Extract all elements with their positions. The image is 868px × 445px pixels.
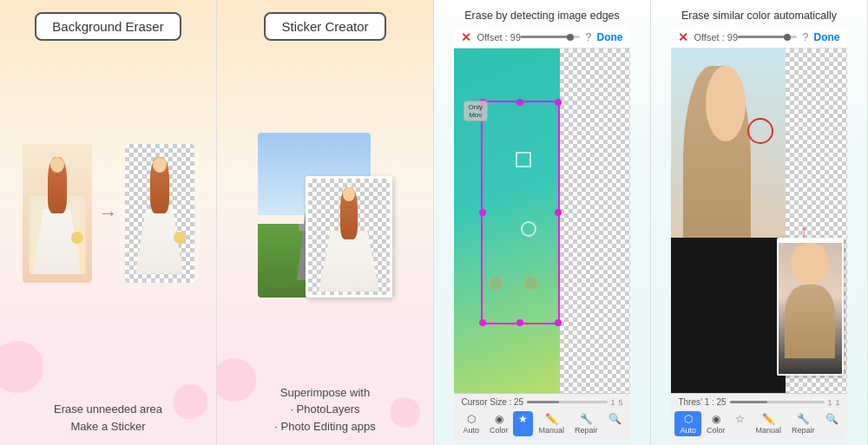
- panel4-offset-slider[interactable]: [738, 36, 797, 38]
- head-p2: [343, 187, 355, 201]
- panel4-tool-buttons: ⬡ Auto ◉ Color ☆ ✏️ Manual 🔧 Repair: [671, 409, 846, 440]
- tool-btn-auto[interactable]: ⬡ Auto: [674, 411, 701, 436]
- inset-face: [791, 243, 829, 283]
- p1-img-after: [125, 144, 194, 283]
- panel2-caption: Superimpose with · PhotoLayers · Photo E…: [266, 377, 384, 446]
- arrow-icon: →: [99, 202, 118, 225]
- tool-btn-star[interactable]: ★: [513, 411, 533, 436]
- color-icon: ◉: [495, 413, 503, 425]
- tool-label-auto: Auto: [680, 426, 696, 435]
- head-after: [153, 157, 167, 173]
- title-badge-2: Sticker Creator: [264, 12, 385, 41]
- panel3-slider-wrap: Offset : 99: [477, 32, 580, 43]
- flowers: [71, 232, 83, 244]
- panel1-caption: Erase unneeded area Make a Sticker: [45, 394, 171, 445]
- tool-btn-color[interactable]: ◉ Color: [484, 411, 514, 436]
- p4-circle-indicator: [747, 118, 773, 144]
- cursor-size-label: Cursor Size : 25: [461, 397, 523, 407]
- auto-icon: ⬡: [467, 413, 476, 425]
- tool-btn-repair[interactable]: 🔧 Repair: [786, 411, 820, 436]
- tool-label-repair: Repair: [575, 426, 598, 435]
- panel4-slider-wrap: Offset : 99: [694, 32, 797, 43]
- p1-img-before: [23, 144, 92, 283]
- tool-btn-zoom[interactable]: 🔍: [820, 411, 844, 436]
- panel4-cursor-row: Thres’ 1 : 25 1 1: [671, 396, 846, 409]
- tool-label-color: Color: [707, 426, 726, 435]
- panel3-offset-label: Offset : 99: [477, 32, 521, 43]
- threshold-label: Thres’ 1 : 25: [678, 397, 726, 407]
- slider-thumb: [784, 34, 791, 41]
- panel4-topbar: ✕ Offset : 99 ? Done: [671, 26, 846, 49]
- star-icon: ★: [518, 413, 528, 425]
- zoom-icon: 🔍: [608, 413, 621, 425]
- brush-circle: [521, 221, 536, 237]
- zoom-icon: 🔍: [825, 413, 838, 425]
- p1-images: →: [23, 144, 194, 291]
- tool-btn-color[interactable]: ◉ Color: [701, 411, 731, 436]
- panel4-bottombar: Thres’ 1 : 25 1 1 ⬡ Auto ◉ Color ☆: [671, 393, 846, 442]
- panel4-header: Erase similar color automatically: [674, 0, 844, 26]
- p4-inset-photo-content: [779, 243, 842, 376]
- panel3-tool-buttons: ⬡ Auto ◉ Color ★ ✏️ Manual 🔧 Repair: [454, 409, 629, 440]
- repair-icon: 🔧: [797, 413, 810, 425]
- close-icon[interactable]: ✕: [461, 30, 471, 44]
- panel3-phone-frame: ✕ Offset : 99 ? Done: [454, 26, 629, 442]
- close-icon[interactable]: ✕: [678, 30, 688, 44]
- slider-fill: [521, 36, 569, 38]
- pattern-dot: [490, 277, 503, 290]
- panel3-offset-slider[interactable]: [521, 36, 580, 38]
- panel1-image-area: →: [0, 41, 216, 394]
- tool-label-manual: Manual: [755, 426, 781, 435]
- slider-max: 1: [836, 398, 840, 407]
- panel-edge-detection: Erase by detecting image edges ✕ Offset …: [434, 0, 651, 445]
- panel3-bottombar: Cursor Size : 25 1 5 ⬡ Auto ◉ Color ★: [454, 393, 629, 442]
- tool-label-manual: Manual: [538, 426, 564, 435]
- p3-selection-box: [481, 101, 560, 324]
- person-face: [706, 66, 746, 141]
- slider-min: 1: [828, 398, 832, 407]
- help-icon[interactable]: ?: [802, 30, 808, 43]
- person-body: [671, 238, 785, 393]
- tool-btn-star[interactable]: ☆: [730, 411, 750, 436]
- panel3-topbar: ✕ Offset : 99 ? Done: [454, 26, 629, 49]
- cursor-slider[interactable]: [527, 401, 607, 403]
- p4-photo-inset: [777, 238, 844, 376]
- tool-btn-manual[interactable]: ✏️ Manual: [750, 411, 786, 436]
- p2-bride-figure: [312, 183, 386, 291]
- auto-icon: ⬡: [684, 413, 693, 425]
- tool-label-repair: Repair: [792, 426, 815, 435]
- selection-handle: [479, 209, 486, 216]
- star-icon: ☆: [735, 413, 745, 425]
- selection-handle: [555, 99, 562, 106]
- title-badge-1: Background Eraser: [35, 12, 181, 41]
- head: [50, 157, 64, 173]
- slider-max: 5: [619, 398, 623, 407]
- help-icon[interactable]: ?: [585, 30, 591, 43]
- panel2-image-area: [217, 41, 433, 377]
- deco-circle: [390, 397, 420, 428]
- done-button[interactable]: Done: [597, 31, 623, 43]
- p2-sticker-frame: [306, 176, 392, 298]
- tool-btn-manual[interactable]: ✏️ Manual: [533, 411, 569, 436]
- threshold-slider-fill: [730, 401, 768, 403]
- panel3-image-area: OnlyMov: [454, 49, 629, 393]
- tool-btn-zoom[interactable]: 🔍: [603, 411, 627, 436]
- panel-sticker-creator: Sticker Creator: [217, 0, 434, 445]
- panel4-phone-frame: ✕ Offset : 99 ? Done: [671, 26, 846, 442]
- brush-circle: [516, 152, 531, 167]
- panel-background-eraser: Background Eraser →: [0, 0, 217, 445]
- only-move-button[interactable]: OnlyMov: [464, 101, 488, 121]
- panel3-header: Erase by detecting image edges: [457, 0, 627, 26]
- p4-person-bg: [671, 49, 785, 393]
- slider-fill: [738, 36, 786, 38]
- tool-btn-auto[interactable]: ⬡ Auto: [457, 411, 484, 436]
- p3-checker: [560, 49, 630, 393]
- slider-min: 1: [611, 398, 615, 407]
- manual-icon: ✏️: [545, 413, 558, 425]
- slider-thumb: [567, 34, 574, 41]
- manual-icon: ✏️: [762, 413, 775, 425]
- tool-btn-repair[interactable]: 🔧 Repair: [569, 411, 603, 436]
- threshold-slider[interactable]: [730, 401, 825, 403]
- cursor-slider-fill: [527, 401, 559, 403]
- done-button[interactable]: Done: [814, 31, 840, 43]
